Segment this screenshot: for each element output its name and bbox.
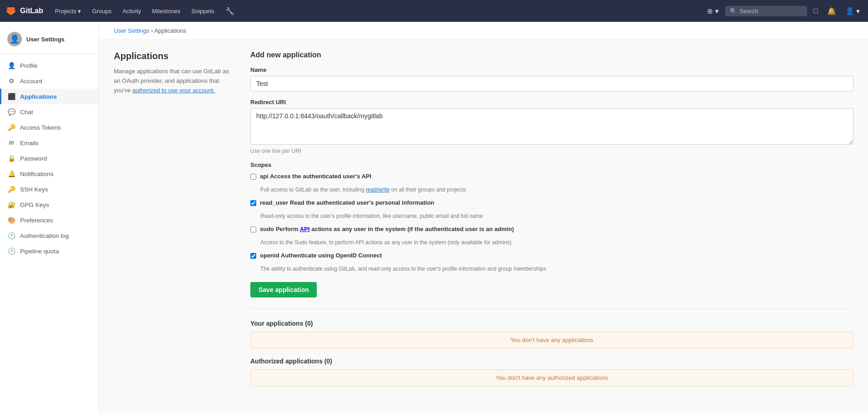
breadcrumb: User Settings › Applications <box>99 22 868 40</box>
scope-sudo-name: sudo <box>260 226 274 232</box>
sidebar: 👤 User Settings 👤 Profile ⚙ Account ⬛ Ap… <box>0 22 99 413</box>
scope-openid-checkbox[interactable] <box>250 253 256 259</box>
scope-openid-desc: Authenticate using OpenID Connect <box>281 252 382 259</box>
scope-api-label[interactable]: api Access the authenticated user's API <box>260 173 371 180</box>
sidebar-item-chat[interactable]: 💬 Chat <box>0 104 99 120</box>
sidebar-username: User Settings <box>26 36 65 43</box>
nav-icon-3[interactable]: 👤 ▾ <box>843 5 863 17</box>
content-grid: Applications Manage applications that ca… <box>99 40 868 406</box>
name-input[interactable] <box>250 76 853 91</box>
scope-sudo-api-link[interactable]: API <box>300 226 310 232</box>
avatar-icon: 👤 <box>10 34 20 44</box>
nav-activity[interactable]: Activity <box>118 5 146 17</box>
redirect-uri-input[interactable]: http://127.0.0.1:8443/oauth/callback/myg… <box>250 108 853 145</box>
scope-api-desc: Access the authenticated user's API <box>270 173 371 180</box>
sidebar-user-section: 👤 User Settings <box>0 27 99 54</box>
nav-wrench[interactable]: 🔧 <box>221 4 239 18</box>
access-tokens-icon: 🔑 <box>7 124 15 131</box>
description-link[interactable]: authorized to use your account. <box>132 87 215 94</box>
sidebar-item-emails[interactable]: ✉ Emails <box>0 135 99 151</box>
scope-openid-label[interactable]: openid Authenticate using OpenID Connect <box>260 252 382 259</box>
nav-icon-1[interactable]: □ <box>811 5 821 17</box>
top-navigation: GitLab Projects ▾ Groups Activity Milest… <box>0 0 868 22</box>
sidebar-item-password[interactable]: 🔒 Password <box>0 151 99 166</box>
nav-snippets[interactable]: Snippets <box>187 5 219 17</box>
nav-icon-2[interactable]: 🔔 <box>824 5 839 17</box>
sidebar-label-notifications: Notifications <box>20 171 54 177</box>
sidebar-label-ssh-keys: SSH Keys <box>20 186 48 193</box>
sidebar-item-auth-log[interactable]: 🕐 Authentication log <box>0 228 99 243</box>
scope-sudo: sudo Perform API actions as any user in … <box>250 226 853 247</box>
notifications-icon: 🔔 <box>7 170 15 177</box>
section-divider <box>250 308 853 309</box>
scope-sudo-label[interactable]: sudo Perform API actions as any user in … <box>260 226 514 232</box>
profile-icon: 👤 <box>7 62 15 69</box>
sidebar-label-applications: Applications <box>20 93 57 100</box>
authorized-applications-section: Authorized applications (0) You don't ha… <box>250 358 853 386</box>
sidebar-item-ssh-keys[interactable]: 🔑 SSH Keys <box>0 181 99 197</box>
scope-openid: openid Authenticate using OpenID Connect… <box>250 252 853 273</box>
sidebar-item-profile[interactable]: 👤 Profile <box>0 58 99 73</box>
sidebar-item-notifications[interactable]: 🔔 Notifications <box>0 166 99 181</box>
sidebar-label-pipeline-quota: Pipeline quota <box>20 248 59 255</box>
sidebar-item-gpg-keys[interactable]: 🔐 GPG Keys <box>0 197 99 212</box>
scope-api-detail: Full access to GitLab as the user, inclu… <box>260 186 853 194</box>
scope-openid-detail: The ability to authenticate using GitLab… <box>260 265 853 273</box>
sidebar-label-auth-log: Authentication log <box>20 232 69 239</box>
search-icon: 🔍 <box>730 8 737 15</box>
scope-read-user-desc: Read the authenticated user's personal i… <box>290 199 434 206</box>
ssh-keys-icon: 🔑 <box>7 186 15 193</box>
scope-read-user-name: read_user <box>260 199 288 206</box>
page-description: Manage applications that can use GitLab … <box>114 67 232 95</box>
scope-read-user-label[interactable]: read_user Read the authenticated user's … <box>260 199 434 206</box>
sidebar-item-pipeline-quota[interactable]: 🕐 Pipeline quota <box>0 243 99 259</box>
authorized-apps-empty: You don't have any authorized applicatio… <box>250 369 853 386</box>
sidebar-label-password: Password <box>20 155 47 162</box>
scopes-label: Scopes <box>250 161 853 168</box>
nav-milestones[interactable]: Milestones <box>147 5 185 17</box>
scope-sudo-checkbox[interactable] <box>250 227 256 232</box>
page-layout: 👤 User Settings 👤 Profile ⚙ Account ⬛ Ap… <box>0 22 868 413</box>
sidebar-item-applications[interactable]: ⬛ Applications <box>0 89 99 104</box>
scope-api-link[interactable]: read/write <box>365 186 390 193</box>
redirect-uri-hint: Use one line per URI <box>250 148 853 154</box>
preferences-icon: 🎨 <box>7 217 15 224</box>
scope-api-checkbox[interactable] <box>250 174 256 180</box>
breadcrumb-current: Applications <box>154 27 186 34</box>
password-icon: 🔒 <box>7 155 15 162</box>
nav-projects[interactable]: Projects ▾ <box>51 5 86 17</box>
top-nav-right: ⊕ ▾ 🔍 Search □ 🔔 👤 ▾ <box>704 5 863 17</box>
page-title: Applications <box>114 51 232 61</box>
plus-button[interactable]: ⊕ ▾ <box>704 5 721 17</box>
redirect-uri-label: Redirect URI <box>250 99 853 106</box>
scopes-section: Scopes api Access the authenticated user… <box>250 161 853 273</box>
chat-icon: 💬 <box>7 108 15 116</box>
sidebar-item-preferences[interactable]: 🎨 Preferences <box>0 212 99 228</box>
main-content: User Settings › Applications Application… <box>99 22 868 413</box>
pipeline-quota-icon: 🕐 <box>7 247 15 255</box>
sidebar-item-access-tokens[interactable]: 🔑 Access Tokens <box>0 120 99 135</box>
scope-openid-name: openid <box>260 252 279 259</box>
form-section-title: Add new application <box>250 51 853 59</box>
save-application-button[interactable]: Save application <box>250 282 317 297</box>
search-box[interactable]: 🔍 Search <box>725 6 807 16</box>
sidebar-label-gpg-keys: GPG Keys <box>20 201 49 208</box>
scope-read-user: read_user Read the authenticated user's … <box>250 199 853 220</box>
name-label: Name <box>250 66 853 73</box>
sidebar-item-account[interactable]: ⚙ Account <box>0 73 99 89</box>
top-nav-links: Projects ▾ Groups Activity Milestones Sn… <box>51 4 705 18</box>
nav-groups[interactable]: Groups <box>87 5 116 17</box>
breadcrumb-parent[interactable]: User Settings <box>114 27 149 34</box>
scope-api-name: api <box>260 173 269 180</box>
auth-log-icon: 🕐 <box>7 232 15 239</box>
emails-icon: ✉ <box>7 139 15 146</box>
scope-sudo-desc: Perform API actions as any user in the s… <box>276 226 514 232</box>
scope-read-user-checkbox[interactable] <box>250 200 256 206</box>
applications-icon: ⬛ <box>7 93 15 100</box>
gitlab-logo[interactable]: GitLab <box>5 5 43 16</box>
sidebar-label-access-tokens: Access Tokens <box>20 124 61 131</box>
redirect-uri-field-group: Redirect URI http://127.0.0.1:8443/oauth… <box>250 99 853 154</box>
sidebar-label-chat: Chat <box>20 109 33 116</box>
your-apps-title: Your applications (0) <box>250 320 853 327</box>
scope-api: api Access the authenticated user's API … <box>250 173 853 194</box>
